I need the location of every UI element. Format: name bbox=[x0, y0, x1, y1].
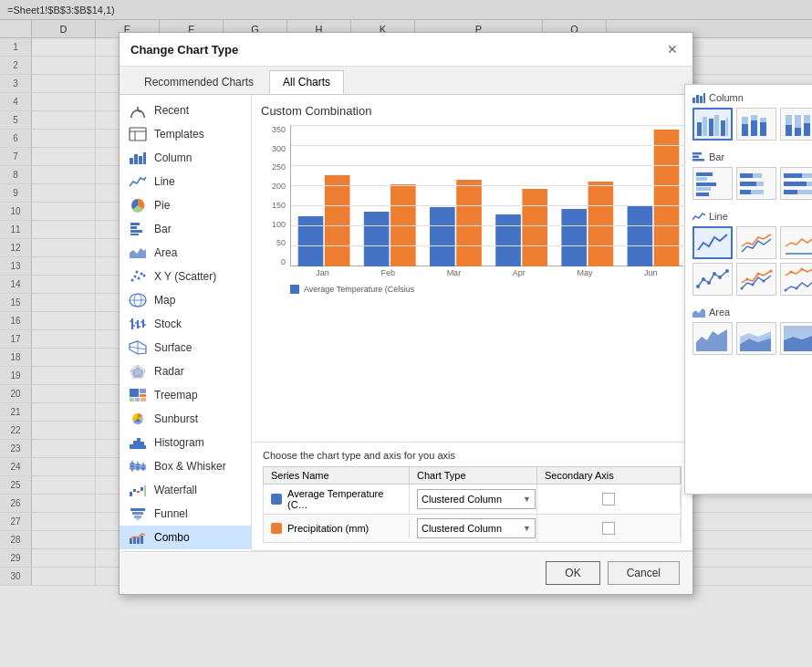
popup-chart-stacked-line[interactable] bbox=[736, 226, 776, 259]
series-dropdown-1[interactable]: Clustered Column ▼ bbox=[417, 518, 536, 538]
chart-type-templates[interactable]: Templates bbox=[120, 122, 251, 146]
popup-chart-line-markers[interactable] bbox=[692, 263, 733, 296]
y-label-0: 0 bbox=[281, 257, 286, 266]
legend-blue bbox=[290, 285, 299, 294]
popup-chart-stacked-bar[interactable] bbox=[736, 167, 776, 200]
y-label-100: 100 bbox=[272, 220, 286, 229]
chart-type-column[interactable]: Column bbox=[120, 146, 251, 170]
cancel-button[interactable]: Cancel bbox=[608, 561, 680, 585]
chart-type-surface[interactable]: Surface bbox=[120, 336, 251, 360]
chart-type-map[interactable]: Map bbox=[120, 288, 251, 312]
svg-rect-5 bbox=[139, 156, 142, 164]
svg-point-130 bbox=[713, 272, 716, 276]
chart-type-stock[interactable]: Stock bbox=[120, 312, 251, 336]
choose-section: Choose the chart type and axis for you a… bbox=[252, 443, 692, 551]
chart-type-funnel[interactable]: Funnel bbox=[120, 502, 251, 526]
header-series-name: Series Name bbox=[264, 467, 410, 484]
popup-chart-stacked-column[interactable] bbox=[736, 108, 776, 141]
chart-legend: Average Temperature (Celsius bbox=[290, 285, 414, 294]
waterfall-icon bbox=[129, 483, 147, 497]
svg-point-139 bbox=[790, 271, 793, 274]
y-axis: 350 300 250 200 150 100 50 0 bbox=[261, 125, 288, 266]
chart-type-sunburst[interactable]: Sunburst bbox=[120, 407, 251, 431]
chart-type-bar[interactable]: Bar bbox=[120, 217, 251, 241]
svg-rect-93 bbox=[721, 120, 725, 136]
popup-chart-stacked-line-markers[interactable] bbox=[736, 263, 776, 296]
chart-bars-area bbox=[290, 125, 683, 266]
chart-type-radar[interactable]: Radar bbox=[120, 360, 251, 383]
bar-label: Bar bbox=[154, 223, 172, 235]
tab-recommended-charts[interactable]: Recommended Charts bbox=[130, 70, 267, 94]
chart-type-line[interactable]: Line bbox=[120, 170, 251, 193]
svg-point-137 bbox=[757, 273, 760, 276]
chart-type-treemap[interactable]: Treemap bbox=[120, 383, 251, 407]
tab-all-charts[interactable]: All Charts bbox=[269, 70, 344, 94]
chart-type-boxwhisker[interactable]: Box & Whisker bbox=[120, 454, 251, 478]
chart-type-combo[interactable]: Combo bbox=[120, 526, 251, 549]
series-secondary-1 bbox=[537, 518, 681, 538]
svg-rect-74 bbox=[325, 175, 350, 266]
dialog-main: Custom Combination 350 300 250 200 150 1… bbox=[252, 95, 692, 551]
series-checkbox-1[interactable] bbox=[602, 522, 615, 535]
series-checkbox-0[interactable] bbox=[602, 493, 615, 505]
series-chart-type-1[interactable]: Clustered Column ▼ bbox=[410, 515, 537, 542]
svg-rect-91 bbox=[709, 119, 713, 136]
svg-rect-86 bbox=[696, 95, 699, 103]
svg-rect-95 bbox=[742, 124, 748, 136]
chart-type-scatter[interactable]: X Y (Scatter) bbox=[120, 265, 251, 288]
boxwhisker-label: Box & Whisker bbox=[154, 460, 226, 473]
svg-rect-116 bbox=[753, 173, 762, 178]
popup-chart-clustered-bar[interactable] bbox=[692, 167, 733, 200]
svg-rect-109 bbox=[692, 159, 704, 162]
series-dropdown-0[interactable]: Clustered Column ▼ bbox=[417, 489, 536, 509]
popup-chart-area[interactable] bbox=[692, 322, 733, 355]
svg-rect-106 bbox=[804, 115, 810, 123]
svg-rect-112 bbox=[696, 182, 716, 186]
svg-rect-92 bbox=[714, 115, 719, 136]
popup-chart-100-stacked-line[interactable] bbox=[780, 226, 812, 259]
svg-rect-113 bbox=[696, 187, 711, 191]
close-button[interactable]: ✕ bbox=[663, 40, 682, 58]
chart-type-area[interactable]: Area bbox=[120, 241, 251, 265]
recent-label: Recent bbox=[154, 104, 189, 117]
chart-type-recent[interactable]: Recent bbox=[120, 99, 251, 122]
svg-rect-47 bbox=[133, 441, 137, 449]
svg-point-141 bbox=[785, 289, 787, 292]
svg-point-14 bbox=[134, 276, 137, 278]
popup-section-bar-title: Bar bbox=[692, 151, 812, 162]
popup-chart-line[interactable] bbox=[692, 226, 733, 259]
choose-text: Choose the chart type and axis for you a… bbox=[263, 450, 682, 461]
chart-type-waterfall[interactable]: Waterfall bbox=[120, 478, 251, 502]
legend-text: Average Temperature (Celsius bbox=[304, 285, 414, 294]
pie-label: Pie bbox=[154, 199, 170, 212]
svg-rect-50 bbox=[144, 445, 146, 449]
chart-type-histogram[interactable]: Histogram bbox=[120, 431, 251, 454]
chart-type-pie[interactable]: Pie bbox=[120, 193, 251, 217]
y-label-350: 350 bbox=[272, 125, 286, 134]
popup-chart-100-stacked-area[interactable] bbox=[780, 322, 812, 355]
svg-rect-98 bbox=[751, 115, 757, 120]
svg-rect-62 bbox=[137, 491, 140, 493]
bar-icon bbox=[129, 222, 147, 236]
svg-rect-119 bbox=[740, 190, 751, 194]
svg-rect-68 bbox=[136, 518, 140, 520]
popup-chart-stacked-area[interactable] bbox=[736, 322, 776, 355]
map-icon bbox=[129, 293, 147, 307]
svg-rect-87 bbox=[700, 96, 703, 103]
svg-rect-82 bbox=[588, 182, 614, 266]
ok-button[interactable]: OK bbox=[546, 561, 599, 585]
popup-chart-100-stacked-markers[interactable] bbox=[780, 263, 812, 296]
dialog-footer: OK Cancel bbox=[120, 551, 692, 594]
svg-point-138 bbox=[770, 270, 773, 273]
series-chart-type-0[interactable]: Clustered Column ▼ bbox=[410, 485, 537, 513]
svg-point-16 bbox=[141, 273, 143, 276]
popup-chart-clustered-column[interactable] bbox=[692, 108, 733, 141]
svg-rect-102 bbox=[786, 115, 792, 125]
svg-point-134 bbox=[752, 284, 755, 287]
popup-chart-100-stacked-bar[interactable] bbox=[780, 167, 812, 200]
svg-rect-65 bbox=[130, 508, 145, 511]
popup-chart-100-stacked-column[interactable] bbox=[780, 108, 812, 141]
svg-point-133 bbox=[741, 287, 744, 290]
svg-rect-44 bbox=[141, 398, 146, 401]
svg-rect-60 bbox=[130, 492, 132, 496]
